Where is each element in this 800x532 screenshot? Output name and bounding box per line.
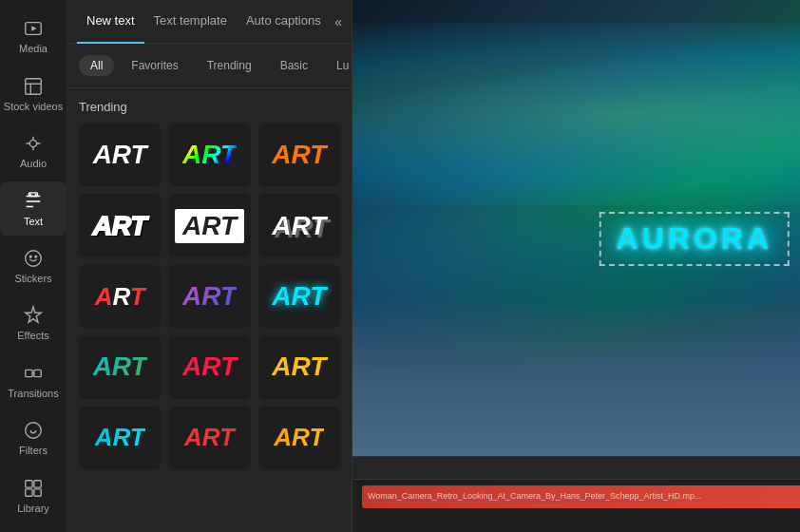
filter-row: All Favorites Trending Basic Lu ▾	[67, 44, 352, 88]
aurora-light-2	[352, 23, 800, 205]
style-card-14[interactable]: ART	[168, 407, 250, 469]
svg-point-12	[26, 423, 42, 439]
svg-point-5	[29, 140, 36, 146]
text-panel: New text Text template Auto captions « A…	[67, 0, 352, 532]
aurora-text: AURORA	[617, 221, 772, 256]
sidebar-item-library-label: Library	[17, 503, 49, 514]
sidebar-item-stickers-label: Stickers	[14, 273, 51, 284]
panel-tabs: New text Text template Auto captions «	[67, 0, 352, 44]
sidebar-item-media[interactable]: Media	[0, 10, 67, 63]
sidebar-item-text[interactable]: Text	[0, 181, 67, 235]
sidebar-item-filters[interactable]: Filters	[0, 411, 67, 465]
video-track[interactable]: Woman_Camera_Retro_Looking_At_Camera_By_…	[362, 485, 800, 508]
svg-rect-16	[34, 489, 41, 496]
filter-basic[interactable]: Basic	[269, 55, 319, 76]
sidebar-item-audio[interactable]: Audio	[0, 124, 67, 178]
tab-auto-captions[interactable]: Auto captions	[237, 0, 331, 44]
svg-rect-13	[26, 480, 32, 486]
svg-marker-1	[31, 26, 37, 31]
style-card-15[interactable]: ART	[258, 407, 340, 469]
main-area: AURORA ▶ 00:03 00:06 00:0 Woman_Camera_R…	[352, 0, 800, 532]
preview-area: AURORA ▶	[352, 0, 800, 456]
timeline-ruler: 00:03 00:06 00:0	[352, 457, 800, 480]
tab-new-text[interactable]: New text	[77, 0, 144, 44]
aurora-text-box[interactable]: AURORA	[600, 212, 790, 266]
svg-rect-11	[34, 370, 41, 376]
filter-trending[interactable]: Trending	[196, 55, 263, 76]
sidebar-item-audio-label: Audio	[20, 158, 47, 169]
style-card-9[interactable]: ART	[258, 265, 340, 328]
style-card-2[interactable]: ART	[168, 124, 250, 186]
style-card-4[interactable]: ART	[79, 194, 161, 256]
sidebar-item-filters-label: Filters	[19, 445, 48, 456]
style-card-3[interactable]: ART	[258, 124, 340, 186]
snow-ground	[352, 296, 800, 456]
timeline: 00:03 00:06 00:0 Woman_Camera_Retro_Look…	[352, 456, 800, 532]
sidebar-item-effects[interactable]: Effects	[0, 296, 67, 350]
timeline-tracks: Woman_Camera_Retro_Looking_At_Camera_By_…	[352, 480, 800, 532]
panel-collapse-button[interactable]: «	[334, 14, 342, 29]
style-card-11[interactable]: ART	[168, 335, 250, 398]
style-card-10[interactable]: ART	[79, 335, 161, 398]
svg-rect-2	[26, 78, 42, 94]
sidebar-item-library[interactable]: Library	[0, 469, 67, 522]
sidebar-item-stock-label: Stock videos	[4, 101, 63, 112]
style-card-7[interactable]: ART	[79, 265, 161, 328]
style-grid: ART ART ART ART ART ART ART	[79, 124, 340, 469]
filter-favorites[interactable]: Favorites	[120, 55, 189, 76]
style-card-12[interactable]: ART	[258, 335, 340, 398]
filter-all[interactable]: All	[79, 55, 114, 76]
style-card-8[interactable]: ART	[168, 265, 250, 328]
svg-rect-15	[26, 489, 32, 496]
sidebar-item-media-label: Media	[19, 43, 48, 54]
svg-point-7	[26, 251, 42, 267]
sidebar-item-effects-label: Effects	[17, 330, 48, 341]
sidebar: Media Stock videos Audio Text Sticke	[0, 0, 67, 532]
svg-rect-14	[34, 480, 41, 486]
style-card-1[interactable]: ART	[79, 124, 161, 186]
section-title: Trending	[79, 100, 340, 114]
sidebar-item-text-label: Text	[24, 216, 43, 227]
sidebar-item-transitions[interactable]: Transitions	[0, 354, 67, 408]
style-card-13[interactable]: ART	[79, 407, 161, 469]
svg-rect-10	[26, 370, 32, 376]
sidebar-item-stickers[interactable]: Stickers	[0, 239, 67, 293]
svg-point-8	[29, 256, 31, 257]
tab-text-template[interactable]: Text template	[144, 0, 237, 44]
panel-content: Trending ART ART ART ART ART ART	[67, 88, 352, 532]
svg-point-9	[35, 256, 37, 257]
style-card-5[interactable]: ART	[168, 194, 250, 256]
style-card-6[interactable]: ART	[258, 194, 340, 256]
sidebar-item-stock[interactable]: Stock videos	[0, 66, 67, 120]
sidebar-item-transitions-label: Transitions	[8, 388, 58, 399]
video-track-label: Woman_Camera_Retro_Looking_At_Camera_By_…	[362, 487, 708, 504]
